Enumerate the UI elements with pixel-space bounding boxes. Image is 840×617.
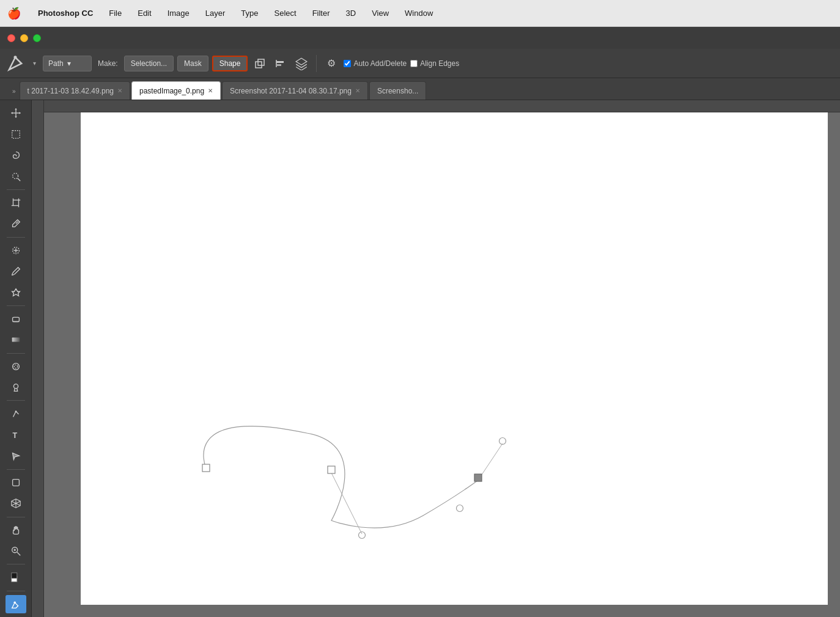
svg-rect-4 (276, 61, 284, 63)
path-mode-dropdown[interactable]: Path ▾ (43, 56, 92, 71)
toolbar-separator-6 (7, 469, 25, 470)
svg-line-15 (17, 178, 20, 181)
foreground-color[interactable] (6, 568, 26, 586)
tab-3[interactable]: Screensho... (369, 81, 426, 100)
dodge-tool[interactable] (6, 378, 26, 396)
menu-type[interactable]: Type (238, 7, 260, 19)
zoom-tool[interactable] (6, 542, 26, 560)
gradient-tool[interactable] (6, 330, 26, 349)
path-combine-icon[interactable] (251, 55, 268, 72)
svg-rect-2 (258, 59, 264, 65)
move-tool[interactable] (6, 104, 26, 122)
healing-brush-tool[interactable] (6, 241, 26, 260)
magic-wand-tool[interactable] (6, 167, 26, 185)
mask-button[interactable]: Mask (177, 56, 208, 71)
align-edges-label[interactable]: Align Edges (410, 59, 459, 68)
marquee-tool[interactable] (6, 125, 26, 143)
lasso-tool[interactable] (6, 146, 26, 164)
pen-tool-icon (5, 53, 26, 74)
tab-0-label: t 2017-11-03 18.42.49.png (28, 87, 114, 95)
eyedropper-tool[interactable] (6, 214, 26, 233)
text-tool[interactable]: T (6, 426, 26, 444)
selection-button[interactable]: Selection... (124, 56, 174, 71)
make-label: Make: (95, 59, 120, 68)
options-bar: ▾ Path ▾ Make: Selection... Mask Shape (0, 49, 840, 78)
shape-tool[interactable] (6, 473, 26, 492)
tab-2-close[interactable]: ✕ (355, 87, 360, 94)
tab-1[interactable]: pastedImage_0.png ✕ (131, 81, 221, 100)
align-left-icon[interactable] (272, 55, 289, 72)
svg-point-0 (13, 56, 17, 59)
svg-marker-9 (15, 108, 17, 110)
window-controls (0, 27, 840, 49)
svg-point-27 (12, 363, 19, 370)
clone-stamp-tool[interactable] (6, 283, 26, 301)
toolbar-separator-7 (7, 517, 25, 517)
svg-point-14 (12, 173, 18, 178)
auto-add-delete-label[interactable]: Auto Add/Delete (344, 59, 407, 68)
minimize-button[interactable] (20, 34, 28, 42)
svg-rect-1 (256, 62, 262, 68)
svg-text:T: T (12, 431, 17, 440)
svg-rect-13 (12, 130, 20, 138)
svg-marker-11 (10, 112, 12, 114)
app-name[interactable]: Photoshop CC (35, 7, 95, 19)
svg-line-37 (17, 552, 20, 555)
canvas-area[interactable] (32, 100, 840, 617)
toolbar-separator-5 (7, 400, 25, 401)
main-area: T (0, 100, 840, 617)
tab-2[interactable]: Screenshot 2017-11-04 08.30.17.png ✕ (222, 81, 368, 100)
svg-point-42 (13, 601, 16, 604)
svg-point-30 (15, 411, 17, 412)
path-selection-tool[interactable] (6, 447, 26, 465)
menu-file[interactable]: File (106, 7, 124, 19)
maximize-button[interactable] (33, 34, 41, 42)
canvas-document (81, 112, 828, 605)
toolbar-separator-3 (7, 305, 25, 306)
pen-tool[interactable] (6, 404, 26, 423)
svg-rect-32 (12, 479, 19, 486)
svg-rect-5 (276, 64, 281, 66)
menu-view[interactable]: View (369, 7, 391, 19)
toolbar-separator-9 (7, 591, 25, 591)
toolbar-separator-4 (7, 353, 25, 354)
svg-marker-12 (19, 112, 21, 114)
svg-marker-6 (297, 58, 308, 65)
crop-tool[interactable] (6, 194, 26, 212)
svg-marker-10 (15, 117, 17, 119)
apple-menu[interactable]: 🍎 (7, 7, 21, 20)
menu-bar: 🍎 Photoshop CC File Edit Image Layer Typ… (0, 0, 840, 27)
align-edges-checkbox[interactable] (410, 60, 418, 67)
svg-rect-24 (12, 317, 19, 321)
menu-select[interactable]: Select (271, 7, 298, 19)
eraser-tool[interactable] (6, 310, 26, 328)
tab-1-label: pastedImage_0.png (139, 87, 204, 95)
hand-tool[interactable] (6, 520, 26, 539)
3d-object-tool[interactable] (6, 494, 26, 513)
tab-0-close[interactable]: ✕ (117, 87, 122, 94)
tab-0[interactable]: t 2017-11-03 18.42.49.png ✕ (20, 81, 130, 100)
brush-tool[interactable] (6, 262, 26, 280)
tool-options-chevron[interactable]: ▾ (29, 53, 39, 74)
close-button[interactable] (7, 34, 15, 42)
tab-2-label: Screenshot 2017-11-04 08.30.17.png (230, 87, 352, 95)
svg-point-28 (14, 365, 17, 368)
auto-add-delete-checkbox[interactable] (344, 60, 351, 67)
menu-edit[interactable]: Edit (135, 7, 153, 19)
tab-3-label: Screensho... (377, 87, 418, 95)
layer-stack-icon[interactable] (293, 55, 310, 72)
menu-layer[interactable]: Layer (203, 7, 228, 19)
tab-1-close[interactable]: ✕ (208, 87, 213, 94)
menu-filter[interactable]: Filter (310, 7, 333, 19)
blur-tool[interactable] (6, 357, 26, 376)
menu-image[interactable]: Image (165, 7, 192, 19)
menu-window[interactable]: Window (402, 7, 435, 19)
svg-line-20 (16, 222, 18, 224)
pen-direct-tool[interactable] (6, 595, 26, 613)
svg-rect-26 (12, 338, 20, 342)
tabs-overflow-icon[interactable]: » (12, 88, 20, 100)
document-tabs: » t 2017-11-03 18.42.49.png ✕ pastedImag… (0, 78, 840, 100)
shape-button[interactable]: Shape (212, 56, 248, 71)
menu-3d[interactable]: 3D (344, 7, 359, 19)
settings-icon[interactable]: ⚙ (323, 55, 340, 72)
